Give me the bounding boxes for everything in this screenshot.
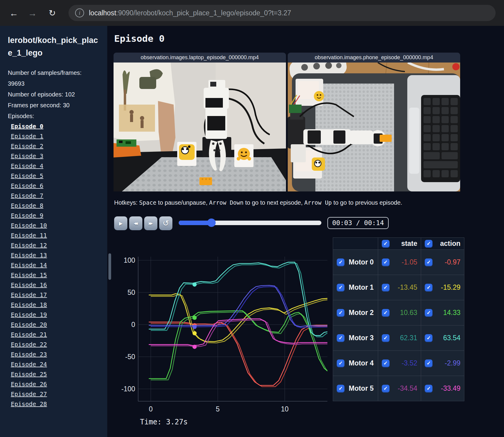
checkbox[interactable]: ✓ bbox=[425, 385, 433, 393]
sidebar-episode-link[interactable]: Episode 16 bbox=[11, 280, 99, 290]
play-button[interactable]: ▶ bbox=[114, 216, 127, 230]
svg-text:100: 100 bbox=[124, 256, 135, 264]
chart-current-time-dot bbox=[193, 283, 197, 287]
sidebar-episode-link[interactable]: Episode 24 bbox=[11, 359, 99, 369]
svg-text:10: 10 bbox=[281, 405, 289, 413]
sidebar-episode-link[interactable]: Episode 15 bbox=[11, 270, 99, 280]
seek-slider-thumb[interactable] bbox=[207, 218, 216, 227]
checkbox[interactable]: ✓ bbox=[382, 258, 390, 266]
sidebar-episode-link[interactable]: Episode 2 bbox=[11, 141, 99, 151]
sidebar-episode-link[interactable]: Episode 9 bbox=[11, 211, 99, 221]
motor-name: Motor 4 bbox=[349, 359, 374, 367]
motor-name: Motor 0 bbox=[349, 258, 374, 266]
laptop-topdown bbox=[407, 75, 460, 191]
sidebar-episode-link[interactable]: Episode 3 bbox=[11, 151, 99, 161]
sidebar-episode-link[interactable]: Episode 21 bbox=[11, 330, 99, 340]
loop-button[interactable]: ↺ bbox=[159, 216, 172, 230]
motor-action-value: -0.97 bbox=[433, 258, 460, 266]
sidebar-episode-link[interactable]: Episode 27 bbox=[11, 389, 99, 399]
url-path: :9090/lerobot/koch_pick_place_1_lego/epi… bbox=[116, 9, 291, 17]
fast-forward-button[interactable]: ▶▶ bbox=[144, 216, 157, 230]
browser-forward-icon[interactable]: → bbox=[26, 7, 39, 20]
motor-action-value: 14.33 bbox=[433, 309, 460, 317]
motor-chart[interactable]: 100500-50-1000510 bbox=[114, 237, 352, 418]
sidebar-episode-link[interactable]: Episode 23 bbox=[11, 350, 99, 359]
url-host: localhost bbox=[89, 9, 116, 17]
hotkey-key: Arrow Down bbox=[209, 199, 243, 206]
checkbox[interactable]: ✓ bbox=[425, 309, 433, 317]
sidebar-episode-link[interactable]: Episode 28 bbox=[11, 399, 99, 409]
motor-action-value: -15.29 bbox=[433, 283, 460, 292]
sidebar-episode-link[interactable]: Episode 25 bbox=[11, 369, 99, 379]
svg-text:50: 50 bbox=[127, 289, 135, 296]
checkbox[interactable]: ✓ bbox=[382, 334, 390, 342]
site-info-icon[interactable]: i bbox=[75, 8, 84, 17]
motors-table: ✓state✓action✓Motor 0✓-1.05✓-0.97✓Motor … bbox=[333, 237, 464, 401]
sidebar-episode-link[interactable]: Episode 11 bbox=[11, 231, 99, 240]
motor-row: ✓Motor 3✓62.31✓63.54 bbox=[333, 325, 464, 351]
episode-list: Episode 0Episode 1Episode 2Episode 3Epis… bbox=[8, 121, 99, 409]
hotkey-text: Hotkeys: bbox=[114, 199, 139, 206]
browser-back-icon[interactable]: ← bbox=[7, 7, 20, 20]
checkbox[interactable]: ✓ bbox=[425, 240, 433, 248]
scrollbar-thumb[interactable] bbox=[108, 253, 111, 280]
rewind-button[interactable]: ◀◀ bbox=[129, 216, 142, 230]
checkbox[interactable]: ✓ bbox=[337, 258, 345, 266]
sidebar-episode-link[interactable]: Episode 19 bbox=[11, 310, 99, 320]
checkbox[interactable]: ✓ bbox=[382, 240, 390, 248]
dataset-info: Number of samples/frames: 39693Number of… bbox=[8, 67, 99, 111]
sidebar-episode-link[interactable]: Episode 4 bbox=[11, 161, 99, 171]
checkbox[interactable]: ✓ bbox=[382, 385, 390, 393]
sidebar-episode-link[interactable]: Episode 1 bbox=[11, 131, 99, 141]
episodes-label: Episodes: bbox=[8, 111, 99, 121]
sidebar-episode-link[interactable]: Episode 18 bbox=[11, 300, 99, 310]
motor-name: Motor 5 bbox=[349, 384, 374, 393]
video-frame-phone-camera[interactable] bbox=[288, 63, 460, 191]
sidebar-episode-link[interactable]: Episode 13 bbox=[11, 250, 99, 260]
sidebar-episode-link[interactable]: Episode 14 bbox=[11, 260, 99, 270]
lerobot-dataset-visualizer: ← → ↻ i localhost:9090/lerobot/koch_pick… bbox=[0, 0, 504, 437]
browser-reload-icon[interactable]: ↻ bbox=[46, 7, 59, 20]
hotkey-text: to go to next episode, bbox=[244, 199, 304, 206]
checkbox[interactable]: ✓ bbox=[425, 284, 433, 292]
checkbox[interactable]: ✓ bbox=[425, 258, 433, 266]
checkbox[interactable]: ✓ bbox=[337, 385, 345, 393]
sidebar-episode-link[interactable]: Episode 6 bbox=[11, 181, 99, 191]
hotkey-text: to go to previous episode. bbox=[332, 199, 402, 206]
checkbox[interactable]: ✓ bbox=[337, 284, 345, 292]
checkbox[interactable]: ✓ bbox=[382, 284, 390, 292]
checkbox[interactable]: ✓ bbox=[382, 359, 390, 367]
sidebar-episode-link[interactable]: Episode 10 bbox=[11, 221, 99, 231]
sidebar-episode-link[interactable]: Episode 17 bbox=[11, 290, 99, 300]
video-seek-slider[interactable] bbox=[179, 221, 321, 225]
sidebar-episode-link[interactable]: Episode 8 bbox=[11, 201, 99, 211]
checkbox[interactable]: ✓ bbox=[337, 359, 345, 367]
motor-name: Motor 3 bbox=[349, 334, 374, 342]
svg-text:-100: -100 bbox=[121, 385, 135, 393]
checkbox[interactable]: ✓ bbox=[425, 334, 433, 342]
chart-time-label: Time: 3.27s bbox=[140, 418, 188, 426]
video-frame-laptop-camera[interactable] bbox=[114, 63, 286, 191]
motor-state-value: 10.63 bbox=[390, 309, 417, 317]
seek-slider-fill bbox=[179, 221, 211, 225]
checkbox[interactable]: ✓ bbox=[425, 359, 433, 367]
checkbox[interactable]: ✓ bbox=[337, 309, 345, 317]
hotkeys-help-text: Hotkeys: Space to pause/unpause, Arrow D… bbox=[114, 199, 402, 206]
chart-current-time-dot bbox=[193, 316, 197, 320]
chart-line-action bbox=[149, 319, 347, 346]
smiley-card bbox=[234, 144, 254, 167]
sidebar-episode-link[interactable]: Episode 22 bbox=[11, 340, 99, 350]
dataset-info-line: Number of samples/frames: 39693 bbox=[8, 67, 99, 89]
orange-brick bbox=[199, 177, 212, 185]
sidebar-episode-link[interactable]: Episode 0 bbox=[11, 121, 99, 131]
checkbox[interactable]: ✓ bbox=[382, 309, 390, 317]
sidebar-episode-link[interactable]: Episode 7 bbox=[11, 191, 99, 201]
column-header-state: state bbox=[390, 240, 417, 248]
sidebar-episode-link[interactable]: Episode 26 bbox=[11, 379, 99, 389]
sidebar-episode-link[interactable]: Episode 5 bbox=[11, 171, 99, 181]
checkbox[interactable]: ✓ bbox=[337, 334, 345, 342]
address-bar[interactable]: i localhost:9090/lerobot/koch_pick_place… bbox=[68, 5, 496, 21]
sidebar-episode-link[interactable]: Episode 20 bbox=[11, 320, 99, 330]
person bbox=[114, 63, 175, 153]
sidebar-episode-link[interactable]: Episode 12 bbox=[11, 240, 99, 250]
